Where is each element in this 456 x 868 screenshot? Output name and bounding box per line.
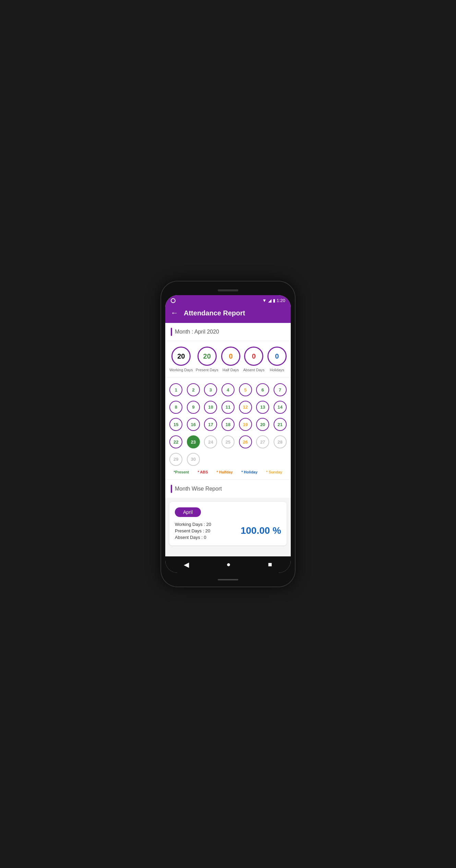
working-days-stat: Working Days : 20 (175, 522, 211, 527)
legend-halfday: * Halfday (217, 470, 233, 474)
month-pill: April (175, 507, 201, 517)
month-section-header: Month : April 2020 (165, 323, 291, 341)
legend-sunday: * Sunday (266, 470, 282, 474)
phone-notch (165, 286, 291, 295)
calendar-day-10[interactable]: 10 (203, 399, 219, 415)
summary-holidays: 0 Holidays (267, 347, 287, 372)
calendar-day-17[interactable]: 17 (203, 417, 219, 433)
report-row: Working Days : 20 Present Days : 20 Abse… (175, 522, 281, 540)
absent-days-circle: 0 (244, 347, 263, 366)
calendar-day-5[interactable]: 5 (237, 382, 253, 398)
calendar-day-30[interactable]: 30 (185, 451, 202, 467)
holidays-label: Holidays (270, 368, 284, 372)
nav-bar: ◀ ● ■ (165, 556, 291, 573)
calendar-day-7[interactable]: 7 (272, 382, 288, 398)
legend-abs: * ABS (197, 470, 208, 474)
phone-screen: ▼ ◢ ▮ 1:20 ← Attendance Report Month : A… (165, 295, 291, 573)
legend-holiday: * Holiday (241, 470, 257, 474)
month-title: Month : April 2020 (175, 329, 219, 335)
section-accent (171, 328, 172, 336)
home-nav-button[interactable]: ● (226, 560, 230, 568)
calendar-day-23[interactable]: 23 (185, 434, 202, 450)
summary-absent-days: 0 Absent Days (243, 347, 264, 372)
present-days-circle: 20 (197, 347, 217, 366)
calendar-day-20[interactable]: 20 (255, 417, 271, 433)
legend: *Present * ABS * Halfday * Holiday * Sun… (168, 467, 288, 475)
battery-icon: ▮ (273, 298, 275, 303)
summary-present-days: 20 Present Days (196, 347, 218, 372)
calendar-day-25[interactable]: 25 (220, 434, 236, 450)
summary-working-days: 20 Working Days (169, 347, 193, 372)
month-wise-title: Month Wise Report (175, 486, 222, 492)
bottom-spacer (165, 550, 291, 556)
status-right: ▼ ◢ ▮ 1:20 (262, 298, 285, 303)
calendar-day-15[interactable]: 15 (168, 417, 184, 433)
status-left (171, 298, 176, 303)
bottom-bar (218, 579, 238, 580)
calendar-day-28[interactable]: 28 (272, 434, 288, 450)
status-circle (171, 298, 176, 303)
working-days-circle: 20 (171, 347, 191, 366)
half-days-label: Half Days (223, 368, 239, 372)
calendar-day-13[interactable]: 13 (255, 399, 271, 415)
calendar-day-11[interactable]: 11 (220, 399, 236, 415)
calendar-day-18[interactable]: 18 (220, 417, 236, 433)
calendar-day-14[interactable]: 14 (272, 399, 288, 415)
calendar-day-27[interactable]: 27 (255, 434, 271, 450)
calendar-day-2[interactable]: 2 (185, 382, 202, 398)
report-card: April Working Days : 20 Present Days : 2… (169, 502, 287, 545)
status-bar: ▼ ◢ ▮ 1:20 (165, 295, 291, 304)
legend-present: *Present (174, 470, 189, 474)
calendar-day-29[interactable]: 29 (168, 451, 184, 467)
calendar-day-19[interactable]: 19 (237, 417, 253, 433)
calendar-day-21[interactable]: 21 (272, 417, 288, 433)
notch-bar (218, 289, 238, 291)
calendar-day-8[interactable]: 8 (168, 399, 184, 415)
percentage-display: 100.00 % (241, 525, 281, 536)
calendar-day-24[interactable]: 24 (203, 434, 219, 450)
calendar-grid: 1234567891011121314151617181920212223242… (168, 382, 288, 467)
wifi-icon: ▼ (262, 298, 267, 303)
signal-icon: ◢ (268, 298, 272, 303)
calendar-day-3[interactable]: 3 (203, 382, 219, 398)
summary-half-days: 0 Half Days (221, 347, 240, 372)
calendar-day-16[interactable]: 16 (185, 417, 202, 433)
calendar-day-12[interactable]: 12 (237, 399, 253, 415)
present-days-stat: Present Days : 20 (175, 528, 211, 533)
calendar-day-22[interactable]: 22 (168, 434, 184, 450)
holidays-circle: 0 (267, 347, 287, 366)
calendar-section: 1234567891011121314151617181920212223242… (165, 378, 291, 480)
calendar-day-26[interactable]: 26 (237, 434, 253, 450)
section-accent-2 (171, 485, 172, 493)
recents-nav-button[interactable]: ■ (268, 560, 272, 568)
calendar-day-9[interactable]: 9 (185, 399, 202, 415)
time-display: 1:20 (277, 298, 285, 303)
content-area: Month : April 2020 20 Working Days 20 Pr… (165, 323, 291, 556)
back-nav-button[interactable]: ◀ (184, 560, 189, 569)
calendar-day-1[interactable]: 1 (168, 382, 184, 398)
calendar-day-6[interactable]: 6 (255, 382, 271, 398)
month-wise-header: Month Wise Report (165, 480, 291, 498)
back-button[interactable]: ← (171, 309, 178, 317)
app-bar-title: Attendance Report (184, 309, 245, 317)
phone-frame: ▼ ◢ ▮ 1:20 ← Attendance Report Month : A… (161, 281, 295, 587)
app-bar: ← Attendance Report (165, 304, 291, 323)
present-days-label: Present Days (196, 368, 218, 372)
report-stats: Working Days : 20 Present Days : 20 Abse… (175, 522, 211, 540)
working-days-label: Working Days (169, 368, 193, 372)
half-days-circle: 0 (221, 347, 240, 366)
summary-row: 20 Working Days 20 Present Days 0 Half D… (165, 341, 291, 378)
absent-days-label: Absent Days (243, 368, 264, 372)
absent-days-stat: Absent Days : 0 (175, 535, 211, 540)
phone-bottom (165, 573, 291, 582)
calendar-day-4[interactable]: 4 (220, 382, 236, 398)
